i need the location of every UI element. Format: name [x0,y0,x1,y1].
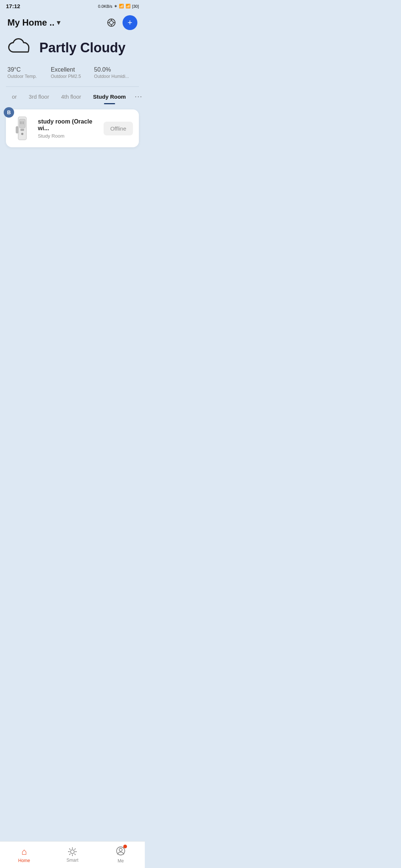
weather-pm: Excellent Outdoor PM2.5 [51,66,94,79]
dropdown-chevron-icon[interactable]: ▾ [57,19,60,27]
tab-3rd-floor[interactable]: 3rd floor [23,88,55,104]
temp-value: 39°C [7,66,51,73]
svg-rect-13 [22,121,22,124]
weather-stats: 39°C Outdoor Temp. Excellent Outdoor PM2… [7,65,137,79]
svg-rect-11 [16,126,18,133]
svg-point-1 [110,21,113,24]
bluetooth-icon: ∗ [114,4,117,9]
header-title-area[interactable]: My Home .. ▾ [7,17,60,28]
device-room: Study Room [38,133,98,139]
home-title: My Home .. [7,17,55,28]
humidity-label: Outdoor Humidi... [94,74,137,79]
status-time: 17:12 [6,3,20,9]
humidity-value: 50.0% [94,66,137,73]
pm-value: Excellent [51,66,94,73]
signal-icon: 📶 [119,4,124,9]
pm-label: Outdoor PM2.5 [51,74,94,79]
device-image [12,115,33,141]
svg-rect-9 [20,129,24,131]
network-speed: 0.0KB/s [98,4,113,9]
weather-temp: 39°C Outdoor Temp. [7,66,51,79]
svg-rect-12 [20,121,21,124]
battery-icon: [30] [132,4,139,9]
camera-button[interactable] [105,16,118,29]
device-name: study room (Oracle wi... [38,118,98,132]
status-bar: 17:12 0.0KB/s ∗ 📶 📶 [30] [0,0,145,11]
weather-humidity: 50.0% Outdoor Humidi... [94,66,137,79]
add-button[interactable]: + [123,15,137,30]
weather-section: Partly Cloudy 39°C Outdoor Temp. Excelle… [0,34,145,86]
svg-point-10 [21,133,23,135]
device-info: study room (Oracle wi... Study Room [38,118,98,139]
tab-4th-floor[interactable]: 4th floor [55,88,87,104]
device-status-button[interactable]: Offline [104,122,133,135]
header-actions: + [105,15,137,30]
temp-label: Outdoor Temp. [7,74,51,79]
bluetooth-badge-icon: B [4,107,14,118]
tab-floor-or[interactable]: or [6,88,23,104]
svg-rect-14 [23,121,24,124]
cards-container: B study room (Oracle wi... Study Roo [0,105,145,147]
tab-study-room[interactable]: Study Room [87,88,132,104]
wifi-icon: 📶 [125,4,131,9]
more-tabs-button[interactable]: ··· [132,87,145,105]
device-card: B study room (Oracle wi... Study Roo [6,109,139,147]
main-content: Partly Cloudy 39°C Outdoor Temp. Excelle… [0,34,145,287]
weather-condition: Partly Cloudy [39,40,125,56]
floor-tabs: or 3rd floor 4th floor Study Room ··· [0,87,145,105]
cloud-icon [7,37,34,58]
weather-main: Partly Cloudy [7,37,137,58]
header: My Home .. ▾ + [0,11,145,34]
status-icons: 0.0KB/s ∗ 📶 📶 [30] [98,4,139,9]
